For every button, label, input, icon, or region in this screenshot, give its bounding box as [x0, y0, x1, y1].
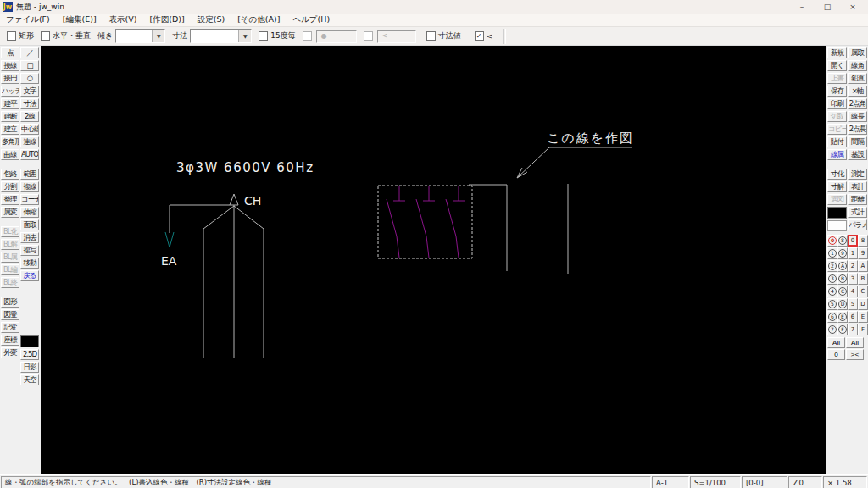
- btn-circle[interactable]: ○: [20, 73, 39, 84]
- menu-help[interactable]: ヘルプ(H): [292, 14, 330, 25]
- layer-group-button-6[interactable]: 6: [848, 311, 858, 323]
- btn-elevation[interactable]: 建立: [1, 124, 19, 135]
- btn-auto[interactable]: AUTO: [20, 149, 39, 160]
- btn-cleanup[interactable]: 整理: [1, 194, 19, 205]
- layer-all-button[interactable]: All: [827, 337, 845, 348]
- layer-group-button-3[interactable]: 3: [848, 273, 858, 285]
- layer-button-3[interactable]: 3: [827, 273, 837, 285]
- cad-polyline[interactable]: [416, 199, 429, 258]
- layer-button-F[interactable]: F: [837, 324, 848, 336]
- layer-button-B[interactable]: B: [837, 273, 848, 285]
- btn-print[interactable]: 印刷: [827, 98, 847, 109]
- cad-text[interactable]: EA: [161, 254, 177, 268]
- btn-save-as[interactable]: 保存: [827, 86, 847, 97]
- btn-two-point-length[interactable]: 2点長: [848, 124, 867, 135]
- layer-group-button-D[interactable]: D: [858, 298, 868, 310]
- btn-plan[interactable]: 建平: [1, 98, 19, 109]
- cad-text[interactable]: CH: [244, 194, 261, 208]
- zoom-indicator[interactable]: × 1.58: [823, 476, 867, 488]
- btn-dimension[interactable]: 寸法: [20, 98, 39, 109]
- paper-size-indicator[interactable]: A-1: [652, 476, 689, 488]
- btn-paste[interactable]: 貼付: [827, 136, 847, 147]
- btn-envelope[interactable]: 包絡: [1, 169, 19, 180]
- btn-undo[interactable]: 戻る: [20, 270, 39, 281]
- scale-indicator[interactable]: S=1/100: [690, 476, 741, 488]
- btn-polygon[interactable]: 多角形: [1, 136, 19, 147]
- btn-chamfer[interactable]: 面取: [20, 219, 39, 230]
- close-button[interactable]: ×: [840, 1, 865, 14]
- layer-group-button-C[interactable]: C: [858, 286, 868, 297]
- btn-attribute-change[interactable]: 属変: [1, 207, 19, 218]
- checkbox-rect[interactable]: 矩形: [7, 30, 34, 42]
- cad-text[interactable]: この線を作図: [547, 130, 634, 146]
- cad-polyline[interactable]: [446, 199, 459, 258]
- drawing-canvas[interactable]: 3φ3W 6600V 60HzCHEAこの線を作図: [41, 46, 826, 474]
- btn-divide[interactable]: 分割: [1, 181, 19, 192]
- checkbox-15deg-box[interactable]: [259, 31, 268, 41]
- layer-indicator[interactable]: [0-0]: [742, 476, 787, 488]
- layer-display-swatch[interactable]: [827, 220, 847, 231]
- layer-group-button-4[interactable]: 4: [848, 286, 858, 297]
- maximize-button[interactable]: □: [815, 1, 840, 14]
- btn-double-line[interactable]: 2線: [20, 111, 39, 122]
- btn-x-axis[interactable]: ×軸: [848, 86, 867, 97]
- angle-indicator[interactable]: ∠0: [788, 476, 822, 488]
- btn-interval[interactable]: 間隔: [848, 136, 867, 147]
- slope-combo[interactable]: ▼: [115, 29, 165, 43]
- layer-button-0[interactable]: 0: [827, 235, 837, 247]
- btn-text-change[interactable]: 記変: [1, 322, 19, 333]
- checkbox-angle-lt[interactable]: ✓ <: [475, 31, 493, 41]
- layer-group-button-9[interactable]: 9: [858, 247, 868, 259]
- layer-group-button-F[interactable]: F: [858, 324, 868, 336]
- btn-line-angle[interactable]: 線角: [848, 60, 867, 71]
- layer-button-6[interactable]: 6: [827, 311, 837, 323]
- cad-line[interactable]: [170, 232, 174, 247]
- btn-new[interactable]: 新規: [827, 47, 847, 58]
- checkbox-dim-value[interactable]: 寸法値: [426, 30, 461, 42]
- btn-rectangle[interactable]: □: [20, 60, 39, 71]
- btn-two-point-angle[interactable]: 2点角: [848, 98, 867, 109]
- btn-distance[interactable]: 距離: [848, 194, 867, 205]
- checkbox-lt-box[interactable]: ✓: [475, 31, 484, 41]
- btn-parametric[interactable]: パラメ: [848, 219, 867, 230]
- btn-figure-register[interactable]: 図登: [1, 309, 19, 320]
- layer-group-button-0[interactable]: 0: [848, 235, 858, 247]
- chevron-down-icon[interactable]: ▼: [152, 30, 164, 42]
- btn-erase[interactable]: 消去: [20, 232, 39, 243]
- layer-button-7[interactable]: 7: [827, 324, 837, 336]
- btn-table-calc[interactable]: 表計: [848, 181, 867, 192]
- btn-move[interactable]: 移動: [20, 258, 39, 269]
- btn-perpendicular[interactable]: 鉛直: [848, 73, 867, 84]
- layer-button-4[interactable]: 4: [827, 286, 837, 297]
- btn-coordinate[interactable]: 座標: [1, 335, 19, 346]
- menu-other[interactable]: [その他(A)]: [237, 14, 280, 25]
- btn-curve[interactable]: 曲線: [1, 149, 19, 160]
- flip-button[interactable]: ><: [846, 349, 864, 360]
- menu-edit[interactable]: [編集(E)]: [63, 14, 97, 25]
- group-all-button[interactable]: All: [846, 337, 864, 348]
- cad-text[interactable]: 3φ3W 6600V 60Hz: [176, 160, 314, 175]
- btn-extend[interactable]: 伸縮: [20, 207, 39, 218]
- layer-button-C[interactable]: C: [837, 286, 848, 297]
- layer-button-A[interactable]: A: [837, 260, 848, 272]
- layer-button-2[interactable]: 2: [827, 260, 837, 272]
- btn-tangent-circle[interactable]: 接円: [1, 73, 19, 84]
- btn-external[interactable]: 外変: [1, 347, 19, 358]
- btn-copy[interactable]: 複写: [20, 245, 39, 256]
- minimize-button[interactable]: –: [789, 1, 815, 14]
- btn-line-length[interactable]: 線長: [848, 111, 867, 122]
- menu-view[interactable]: 表示(V): [109, 14, 137, 25]
- cad-polyline[interactable]: [387, 199, 399, 258]
- layer-group-button-5[interactable]: 5: [848, 298, 858, 310]
- dimension-combo[interactable]: ▼: [190, 29, 252, 43]
- btn-line-attribute[interactable]: 線属: [827, 149, 847, 160]
- layer-group-button-E[interactable]: E: [858, 311, 868, 323]
- btn-shadow[interactable]: 日影: [20, 362, 39, 373]
- cad-drawing[interactable]: 3φ3W 6600V 60HzCHEAこの線を作図: [41, 46, 826, 474]
- cad-line[interactable]: [165, 232, 170, 247]
- btn-open[interactable]: 開く: [827, 60, 847, 71]
- checkbox-dimval-box[interactable]: [426, 31, 436, 41]
- btn-point[interactable]: 点: [1, 47, 19, 58]
- layer-group-button-7[interactable]: 7: [848, 324, 858, 336]
- layer-group-button-8[interactable]: 8: [858, 235, 868, 247]
